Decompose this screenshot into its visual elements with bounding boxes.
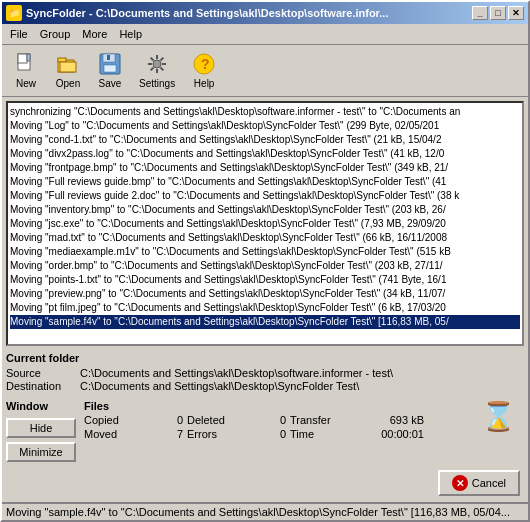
moved-value: 7 [153, 428, 183, 440]
log-area[interactable]: synchronizing "C:\Documents and Settings… [6, 101, 524, 346]
svg-line-16 [161, 58, 164, 61]
main-window: 📁 SyncFolder - C:\Documents and Settings… [0, 0, 530, 522]
files-section-label: Files [84, 400, 465, 412]
status-text: Moving "sample.f4v" to "C:\Documents and… [6, 506, 524, 518]
menu-bar: File Group More Help [2, 24, 528, 45]
progress-area: ⌛ [473, 400, 524, 433]
save-button[interactable]: Save [90, 48, 130, 93]
settings-icon [145, 52, 169, 76]
close-window-button[interactable]: ✕ [508, 6, 524, 20]
current-folder-section: Current folder Source C:\Documents and S… [6, 350, 524, 394]
svg-rect-1 [18, 54, 27, 63]
source-label: Source [6, 367, 76, 379]
help-button[interactable]: ? Help [184, 48, 224, 93]
cancel-label: Cancel [472, 477, 506, 489]
destination-label: Destination [6, 380, 76, 392]
svg-rect-8 [107, 55, 110, 60]
deleted-label: Deleted [187, 414, 252, 426]
transfer-value: 693 kB [364, 414, 424, 426]
errors-label: Errors [187, 428, 252, 440]
svg-point-9 [153, 60, 161, 68]
maximize-window-button[interactable]: □ [490, 6, 506, 20]
toolbar: New Open Save [2, 45, 528, 97]
svg-rect-7 [104, 65, 116, 72]
app-icon: 📁 [6, 5, 22, 21]
cancel-button[interactable]: ✕ Cancel [438, 470, 520, 496]
open-button[interactable]: Open [48, 48, 88, 93]
new-icon [14, 52, 38, 76]
log-line[interactable]: Moving "Full reviews guide.bmp" to "C:\D… [10, 175, 520, 189]
help-label: Help [194, 78, 215, 89]
source-value: C:\Documents and Settings\akl\Desktop\so… [80, 367, 524, 379]
save-icon [98, 52, 122, 76]
copied-value: 0 [153, 414, 183, 426]
log-line[interactable]: Moving "jsc.exe" to "C:\Documents and Se… [10, 217, 520, 231]
log-line[interactable]: Moving "points-1.txt" to "C:\Documents a… [10, 273, 520, 287]
open-label: Open [56, 78, 80, 89]
menu-help[interactable]: Help [113, 26, 148, 42]
new-label: New [16, 78, 36, 89]
help-icon: ? [192, 52, 216, 76]
current-folder-title: Current folder [6, 352, 524, 364]
log-line[interactable]: Moving "order.bmp" to "C:\Documents and … [10, 259, 520, 273]
svg-text:?: ? [201, 56, 210, 72]
svg-line-17 [151, 68, 154, 71]
log-line[interactable]: Moving "sample.f4v" to "C:\Documents and… [10, 315, 520, 329]
deleted-value: 0 [256, 414, 286, 426]
log-line[interactable]: Moving "preview.png" to "C:\Documents an… [10, 287, 520, 301]
new-button[interactable]: New [6, 48, 46, 93]
transfer-label: Transfer [290, 414, 360, 426]
folder-info: Source C:\Documents and Settings\akl\Des… [6, 367, 524, 392]
settings-label: Settings [139, 78, 175, 89]
log-line[interactable]: Moving "mad.txt" to "C:\Documents and Se… [10, 231, 520, 245]
stats-section: Window Hide Minimize Files Copied 0 Dele… [6, 398, 524, 464]
destination-value: C:\Documents and Settings\akl\Desktop\Sy… [80, 380, 524, 392]
log-line[interactable]: Moving "mediaexample.m1v" to "C:\Documen… [10, 245, 520, 259]
window-control-buttons: _ □ ✕ [472, 6, 524, 20]
menu-group[interactable]: Group [34, 26, 77, 42]
errors-value: 0 [256, 428, 286, 440]
files-grid: Copied 0 Deleted 0 Transfer 693 kB Moved… [84, 414, 465, 440]
open-icon [56, 52, 80, 76]
title-bar: 📁 SyncFolder - C:\Documents and Settings… [2, 2, 528, 24]
minimize-window-button[interactable]: _ [472, 6, 488, 20]
log-line[interactable]: Moving "frontpage.bmp" to "C:\Documents … [10, 161, 520, 175]
cancel-area: ✕ Cancel [6, 468, 524, 498]
status-bar: Moving "sample.f4v" to "C:\Documents and… [2, 502, 528, 520]
minimize-button[interactable]: Minimize [6, 442, 76, 462]
title-bar-text: 📁 SyncFolder - C:\Documents and Settings… [6, 5, 388, 21]
time-label: Time [290, 428, 360, 440]
menu-file[interactable]: File [4, 26, 34, 42]
svg-line-15 [161, 68, 164, 71]
window-title: SyncFolder - C:\Documents and Settings\a… [26, 7, 388, 19]
log-line[interactable]: Moving "pt film.jpeg" to "C:\Documents a… [10, 301, 520, 315]
time-value: 00:00:01 [364, 428, 424, 440]
window-section-label: Window [6, 400, 76, 412]
svg-rect-3 [58, 58, 66, 62]
log-line[interactable]: Moving "Log" to "C:\Documents and Settin… [10, 119, 520, 133]
menu-more[interactable]: More [76, 26, 113, 42]
log-line[interactable]: Moving "inventory.bmp" to "C:\Documents … [10, 203, 520, 217]
hide-button[interactable]: Hide [6, 418, 76, 438]
hourglass-icon: ⌛ [481, 400, 516, 433]
cancel-icon: ✕ [452, 475, 468, 491]
files-section: Files Copied 0 Deleted 0 Transfer 693 kB… [84, 400, 465, 440]
window-controls-section: Window Hide Minimize [6, 400, 76, 462]
svg-rect-4 [60, 62, 76, 72]
log-line[interactable]: Moving "divx2pass.log" to "C:\Documents … [10, 147, 520, 161]
main-content: synchronizing "C:\Documents and Settings… [2, 97, 528, 502]
log-line[interactable]: synchronizing "C:\Documents and Settings… [10, 105, 520, 119]
copied-label: Copied [84, 414, 149, 426]
save-label: Save [99, 78, 122, 89]
log-line[interactable]: Moving "cond-1.txt" to "C:\Documents and… [10, 133, 520, 147]
settings-button[interactable]: Settings [132, 48, 182, 93]
log-line[interactable]: Moving "Full reviews guide 2.doc" to "C:… [10, 189, 520, 203]
moved-label: Moved [84, 428, 149, 440]
svg-line-14 [151, 58, 154, 61]
